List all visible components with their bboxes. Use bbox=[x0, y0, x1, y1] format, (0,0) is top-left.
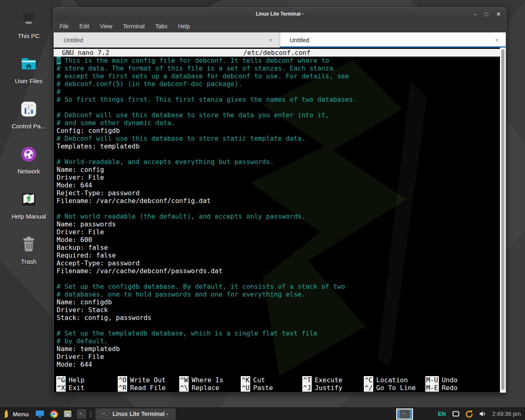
keyboard-layout-indicator[interactable]: EN bbox=[438, 411, 445, 417]
terminal-scrollbar[interactable] bbox=[500, 48, 506, 393]
system-tray: >_ EN 2:49:36 pm bbox=[396, 408, 525, 420]
terminal-line: Filename: /var/cache/debconf/config.dat bbox=[57, 197, 503, 205]
window-titlebar[interactable]: Linux Lite Terminal - – □ ✕ bbox=[54, 8, 506, 20]
volume-tray-icon[interactable] bbox=[479, 411, 486, 417]
updates-tray-icon[interactable] bbox=[465, 410, 473, 418]
desktop-icon-this-pc[interactable]: This PC bbox=[6, 9, 51, 39]
panel-grip[interactable] bbox=[90, 411, 91, 417]
tab-close-icon[interactable]: × bbox=[493, 37, 500, 43]
desktop-icon-control-panel[interactable]: Control Pa... bbox=[6, 99, 51, 130]
desktop-icon-label: Help Manual bbox=[6, 213, 51, 220]
tab-label: Untitled bbox=[286, 37, 494, 43]
home-folder-icon bbox=[19, 54, 39, 74]
clock[interactable]: 2:49:36 pm bbox=[492, 411, 521, 417]
desktop-icon-user-files[interactable]: User Files bbox=[6, 54, 51, 84]
terminal-line: Reject-Type: password bbox=[57, 189, 503, 197]
shortcut-key: ^/ bbox=[364, 384, 373, 392]
tab-untitled-2[interactable]: Untitled × bbox=[280, 32, 506, 48]
terminal-line: Driver: File bbox=[57, 228, 503, 236]
menu-file[interactable]: File bbox=[59, 23, 69, 30]
desktop-icon-label: Trash bbox=[6, 258, 51, 265]
chrome-launcher[interactable] bbox=[49, 409, 59, 419]
shortcut-key: ^\ bbox=[179, 384, 189, 392]
nano-shortcut: ^OWrite Out bbox=[118, 376, 179, 384]
shortcut-label: Read File bbox=[130, 384, 166, 392]
minimize-button[interactable]: – bbox=[474, 11, 477, 17]
terminal-line: Name: templatedb bbox=[57, 345, 503, 353]
display-tray-icon[interactable] bbox=[452, 411, 459, 417]
shortcut-label: Go To Line bbox=[376, 384, 415, 392]
scrollbar-thumb[interactable] bbox=[501, 49, 504, 390]
menu-view[interactable]: View bbox=[100, 23, 112, 30]
nano-version: GNU nano 7.2 bbox=[62, 49, 110, 57]
terminal-line: # and some other dynamic data. bbox=[57, 119, 503, 127]
terminal-line: Mode: 644 bbox=[57, 181, 503, 189]
trash-can-icon bbox=[19, 235, 39, 254]
shortcut-key: ^R bbox=[118, 384, 127, 392]
shortcut-key: ^T bbox=[302, 376, 312, 384]
terminal-line bbox=[57, 150, 503, 158]
terminal-launcher[interactable]: >_ bbox=[77, 409, 87, 419]
terminal-line: Backup: false bbox=[57, 244, 503, 251]
nano-shortcut: ^WWhere Is bbox=[179, 376, 241, 384]
shortcut-key: M-U bbox=[425, 376, 439, 384]
maximize-button[interactable]: □ bbox=[485, 11, 488, 17]
menu-button[interactable]: Menu bbox=[0, 408, 33, 420]
desktop-icon-label: Network bbox=[6, 168, 51, 175]
taskbar: Menu >_ >_ Linux Lite Terminal - >_ EN bbox=[0, 407, 525, 420]
terminal-icon: >_ bbox=[101, 410, 109, 418]
terminal-line: # bbox=[57, 88, 503, 96]
nano-file-path: /etc/debconf.conf bbox=[243, 49, 310, 57]
terminal-line bbox=[57, 322, 503, 329]
tab-untitled-1[interactable]: Untitled × bbox=[54, 32, 280, 48]
menu-button-label: Menu bbox=[13, 411, 29, 418]
desktop-icon-help-manual[interactable]: Help Manual bbox=[6, 189, 51, 220]
manual-book-icon bbox=[19, 189, 39, 209]
nano-shortcut: ^GHelp bbox=[56, 376, 118, 384]
menu-edit[interactable]: Edit bbox=[80, 23, 89, 30]
terminal-content[interactable]: GNU nano 7.2 /etc/debconf.conf # This is… bbox=[54, 48, 506, 393]
taskbar-window-button[interactable]: >_ Linux Lite Terminal - bbox=[96, 409, 176, 420]
menu-terminal[interactable]: Terminal bbox=[123, 23, 145, 30]
menu-bar: File Edit View Terminal Tabs Help bbox=[54, 20, 506, 32]
linux-lite-logo-icon bbox=[3, 409, 9, 418]
shortcut-label: Write Out bbox=[130, 376, 166, 384]
file-cabinet-icon bbox=[64, 410, 72, 418]
terminal-line: Name: config bbox=[57, 166, 503, 173]
desktop-icon-network[interactable]: Network bbox=[6, 144, 51, 175]
nano-shortcut: ^\Replace bbox=[179, 384, 241, 392]
terminal-line: Config: configdb bbox=[57, 127, 503, 135]
close-button[interactable]: ✕ bbox=[496, 11, 501, 17]
tray-terminal-indicator[interactable]: >_ bbox=[396, 409, 413, 420]
taskbar-window-label: Linux Lite Terminal - bbox=[112, 411, 168, 417]
shortcut-label: Redo bbox=[442, 384, 458, 392]
shortcut-label: Exit bbox=[68, 384, 84, 392]
terminal-line: Driver: Stack bbox=[57, 306, 503, 314]
menu-tabs[interactable]: Tabs bbox=[155, 23, 168, 30]
terminal-line: # Debconf will use this database to stor… bbox=[57, 111, 503, 119]
file-manager-launcher[interactable] bbox=[63, 409, 73, 419]
shortcut-label: Execute bbox=[315, 376, 342, 384]
terminal-line: Mode: 644 bbox=[57, 361, 503, 368]
terminal-line: # Set up the templatedb database, which … bbox=[57, 329, 503, 337]
desktop-launcher[interactable] bbox=[35, 409, 45, 419]
chrome-icon bbox=[50, 410, 58, 418]
desktop-icon-label: This PC bbox=[6, 32, 51, 39]
nano-shortcut: M-ERedo bbox=[425, 384, 487, 392]
terminal-line: Name: passwords bbox=[57, 220, 503, 228]
desktop-icon-trash[interactable]: Trash bbox=[6, 235, 51, 265]
menu-help[interactable]: Help bbox=[178, 23, 190, 30]
nano-shortcut-bar: ^GHelp^OWrite Out^WWhere Is^KCut^TExecut… bbox=[54, 376, 502, 392]
nano-title-bar: GNU nano 7.2 /etc/debconf.conf bbox=[54, 49, 500, 57]
terminal-line bbox=[57, 205, 503, 212]
shortcut-key: ^K bbox=[241, 376, 250, 384]
tab-bar: Untitled × Untitled × bbox=[54, 32, 506, 48]
globe-icon bbox=[19, 144, 39, 164]
tab-close-icon[interactable]: × bbox=[267, 37, 274, 43]
terminal-line: Accept-Type: password bbox=[57, 259, 503, 267]
shortcut-key: M-E bbox=[425, 384, 439, 392]
nano-cursor: # bbox=[57, 57, 61, 64]
terminal-line: # by default. bbox=[57, 337, 503, 345]
shortcut-label: Help bbox=[68, 376, 84, 384]
desktop-icon-label: User Files bbox=[6, 78, 51, 84]
